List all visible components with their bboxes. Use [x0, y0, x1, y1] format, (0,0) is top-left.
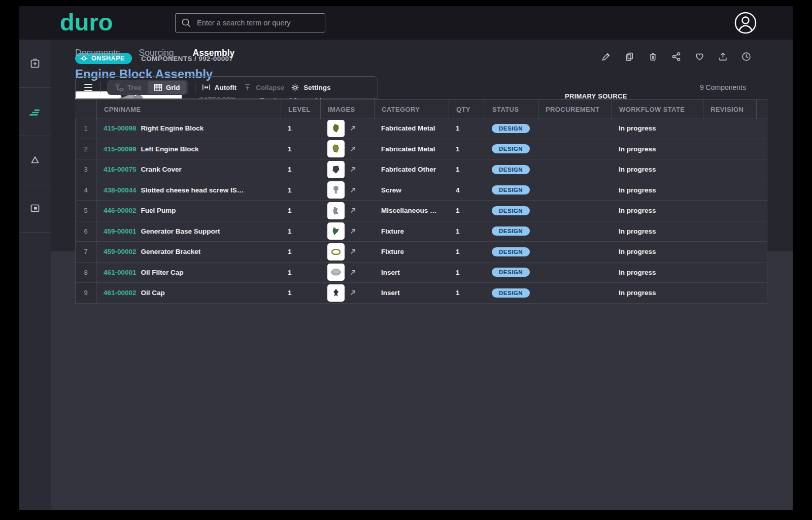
edit-icon[interactable]: [601, 52, 611, 61]
header-cell-revision[interactable]: REVISION: [703, 100, 756, 119]
global-search[interactable]: [175, 13, 325, 32]
cpn-link[interactable]: 415-00098: [104, 124, 137, 132]
row-number: 5: [75, 201, 96, 221]
sidebar-item-release[interactable]: [19, 184, 51, 233]
export-icon[interactable]: [718, 52, 728, 61]
cell-category: Fabricated Metal: [374, 124, 449, 132]
detail-tabs: DocumentsSourcingAssembly: [75, 48, 234, 58]
cpn-link[interactable]: 438-00044: [104, 186, 137, 194]
sidebar-item-components[interactable]: [19, 88, 51, 136]
expand-image-icon[interactable]: [350, 187, 356, 193]
header-cell-cpn-name[interactable]: CPN/NAME: [96, 100, 281, 119]
cell-status: DESIGN: [485, 165, 538, 174]
collapse-button[interactable]: Collapse: [243, 83, 284, 91]
delete-icon[interactable]: [648, 52, 658, 61]
sidebar-item-change-orders[interactable]: [19, 136, 51, 184]
header-cell-images[interactable]: IMAGES: [320, 100, 374, 119]
header-cell-level[interactable]: LEVEL: [281, 100, 320, 119]
header-cell-workflow-state[interactable]: WORKFLOW STATE: [612, 100, 703, 119]
tab-documents[interactable]: Documents: [75, 48, 120, 58]
expand-image-icon[interactable]: [350, 207, 356, 214]
cpn-link[interactable]: 446-00002: [104, 207, 137, 214]
table-row[interactable]: 4438-00044Slotted cheese head screw IS…1…: [75, 180, 767, 201]
table-menu-icon[interactable]: [83, 82, 93, 93]
cell-qty: 1: [449, 269, 485, 276]
cell-status: DESIGN: [485, 206, 538, 215]
cpn-link[interactable]: 416-00075: [104, 166, 137, 173]
cpn-link[interactable]: 459-00002: [104, 248, 137, 255]
autofit-button[interactable]: Autofit: [202, 83, 236, 91]
kit-box-icon: [29, 57, 41, 70]
cell-images: [320, 120, 374, 137]
cell-cpn-name: 461-00001Oil Filter Cap: [96, 269, 281, 276]
top-navbar: duro: [19, 6, 793, 40]
user-avatar-icon[interactable]: [734, 11, 757, 35]
header-cell-index: [75, 100, 96, 119]
cpn-link[interactable]: 459-00001: [104, 228, 137, 235]
main-content: ONSHAPE COMPONENTS / 992-00007 Engine Bl…: [51, 40, 793, 510]
table-row[interactable]: 6459-00001Generator Base Support1Fixture…: [75, 221, 767, 242]
duplicate-icon[interactable]: [625, 52, 634, 61]
tab-sourcing[interactable]: Sourcing: [139, 48, 174, 58]
expand-image-icon[interactable]: [350, 125, 356, 132]
table-row[interactable]: 5446-00002Fuel Pump1Miscellaneous …1DESI…: [75, 201, 767, 221]
table-row[interactable]: 1415-00098Right Engine Block1Fabricated …: [75, 118, 767, 139]
table-header: CPN/NAMELEVELIMAGESCATEGORYQTYSTATUSPROC…: [75, 99, 767, 118]
app-window: duro ONSHAPE COMPO: [19, 6, 793, 510]
expand-image-icon[interactable]: [350, 269, 356, 276]
history-clock-icon[interactable]: [741, 52, 751, 61]
table-row[interactable]: 9461-00002Oil Cap1Insert1DESIGNIn progre…: [75, 283, 767, 304]
part-thumbnail[interactable]: [327, 181, 345, 199]
header-cell-status[interactable]: STATUS: [485, 100, 538, 119]
expand-image-icon[interactable]: [350, 228, 356, 235]
search-input[interactable]: [197, 19, 319, 27]
share-icon[interactable]: [671, 52, 681, 61]
table-row[interactable]: 8461-00001Oil Filter Cap1Insert1DESIGNIn…: [75, 263, 767, 283]
tab-assembly[interactable]: Assembly: [193, 48, 235, 58]
cpn-link[interactable]: 461-00002: [104, 289, 137, 297]
release-box-icon: [29, 202, 41, 214]
expand-image-icon[interactable]: [350, 289, 356, 296]
part-thumbnail[interactable]: [327, 120, 345, 137]
cell-level: 1: [281, 228, 320, 235]
table-row[interactable]: 2415-00099Left Engine Block1Fabricated M…: [75, 139, 767, 160]
row-number: 1: [75, 118, 96, 139]
tree-view-button[interactable]: Tree: [109, 81, 148, 94]
component-name: Oil Cap: [141, 289, 165, 297]
part-thumbnail[interactable]: [327, 243, 345, 261]
part-thumbnail[interactable]: [327, 284, 345, 302]
cell-qty: 1: [449, 248, 485, 255]
component-name: Crank Cover: [141, 166, 182, 173]
part-thumbnail[interactable]: [327, 264, 345, 281]
cpn-link[interactable]: 415-00099: [104, 145, 137, 153]
table-row[interactable]: 7459-00002Generator Bracket1Fixture1DESI…: [75, 242, 767, 263]
row-number: 3: [75, 159, 96, 180]
settings-button[interactable]: Settings: [291, 83, 330, 92]
table-row[interactable]: 3416-00075Crank Cover1Fabricated Other1D…: [75, 159, 767, 180]
component-name: Generator Base Support: [141, 228, 220, 235]
cell-images: [320, 140, 374, 157]
cell-status: DESIGN: [485, 124, 538, 133]
components-count: 9 Components: [700, 83, 746, 91]
part-thumbnail[interactable]: [327, 202, 345, 219]
favorite-heart-icon[interactable]: [695, 52, 704, 61]
header-cell-qty[interactable]: QTY: [449, 100, 485, 119]
part-thumbnail[interactable]: [327, 140, 345, 157]
cell-workflow-state: In progress: [612, 166, 703, 173]
part-thumbnail[interactable]: [327, 161, 345, 178]
generator-base-support-glyph: [330, 225, 342, 237]
duro-logo[interactable]: duro: [60, 6, 113, 39]
cell-images: [320, 161, 374, 178]
expand-image-icon[interactable]: [350, 248, 356, 255]
cell-cpn-name: 415-00099Left Engine Block: [96, 145, 281, 153]
header-cell-category[interactable]: CATEGORY: [374, 100, 449, 119]
part-thumbnail[interactable]: [327, 222, 345, 240]
header-cell-procurement[interactable]: PROCUREMENT: [538, 100, 612, 119]
sidebar-item-kits[interactable]: [19, 40, 51, 88]
grid-view-button[interactable]: Grid: [148, 81, 186, 94]
expand-image-icon[interactable]: [350, 146, 356, 152]
expand-image-icon[interactable]: [350, 166, 356, 173]
cpn-link[interactable]: 461-00001: [104, 269, 137, 276]
cell-workflow-state: In progress: [612, 124, 703, 132]
cell-level: 1: [281, 124, 320, 132]
